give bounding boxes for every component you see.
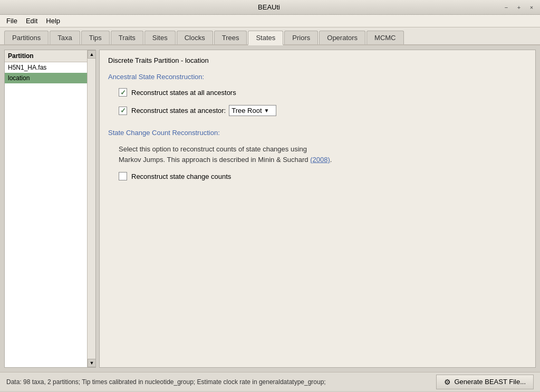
dropdown-value: Tree Root xyxy=(232,107,262,114)
tab-clocks[interactable]: Clocks xyxy=(177,31,213,44)
tab-mcmc[interactable]: MCMC xyxy=(367,31,403,44)
tab-operators[interactable]: Operators xyxy=(319,31,365,44)
right-panel: Discrete Traits Partition - location Anc… xyxy=(99,50,536,368)
checkbox-row-1: ✓ Reconstruct states at all ancestors xyxy=(119,88,527,97)
tree-root-dropdown[interactable]: Tree Root ▼ xyxy=(229,105,276,116)
partition-header: Partition xyxy=(5,50,95,62)
menu-file[interactable]: File xyxy=(2,16,22,26)
panel-title: Discrete Traits Partition - location xyxy=(108,56,527,64)
tab-tips[interactable]: Tips xyxy=(81,31,110,44)
title-bar: BEAUti − + × xyxy=(0,0,540,15)
scroll-up-button[interactable]: ▲ xyxy=(88,50,96,59)
checkbox1-label: Reconstruct states at all ancestors xyxy=(131,89,236,97)
checkbox-state-changes[interactable] xyxy=(119,172,127,180)
tab-taxa[interactable]: Taxa xyxy=(50,31,80,44)
minimize-button[interactable]: − xyxy=(502,3,510,12)
tab-sites[interactable]: Sites xyxy=(144,31,176,44)
ancestral-header: Ancestral State Reconstruction: xyxy=(108,73,527,81)
description-line1: Select this option to reconstruct counts… xyxy=(119,145,307,153)
tabs-bar: Partitions Taxa Tips Traits Sites Clocks… xyxy=(0,27,540,45)
partition-list: H5N1_HA.fas location xyxy=(5,62,87,367)
menu-help[interactable]: Help xyxy=(42,16,64,26)
dropdown-arrow-icon: ▼ xyxy=(264,108,269,113)
description-period: . xyxy=(330,156,332,164)
scroll-down-button[interactable]: ▼ xyxy=(88,359,96,367)
maximize-button[interactable]: + xyxy=(515,3,523,12)
left-panel: Partition H5N1_HA.fas location ▲ ▼ xyxy=(4,50,96,368)
checkbox3-label: Reconstruct state change counts xyxy=(131,173,231,180)
window-controls: − + × xyxy=(502,3,536,12)
main-content: Partition H5N1_HA.fas location ▲ ▼ Discr… xyxy=(0,45,540,372)
description-line2-part1: Markov Jumps. This approach is described… xyxy=(119,156,310,164)
window-title: BEAUti xyxy=(36,3,502,11)
checkbox-row-3: Reconstruct state change counts xyxy=(119,172,527,180)
checkbox-ancestor[interactable]: ✓ xyxy=(119,107,127,115)
tab-trees[interactable]: Trees xyxy=(214,31,247,44)
status-bar: Data: 98 taxa, 2 partitions; Tip times c… xyxy=(0,372,540,391)
generate-beast-button[interactable]: ⚙ Generate BEAST File... xyxy=(436,375,534,389)
tab-priors[interactable]: Priors xyxy=(284,31,318,44)
tab-traits[interactable]: Traits xyxy=(111,31,143,44)
scrollbar-vertical[interactable]: ▲ ▼ xyxy=(87,50,95,367)
checkmark-icon: ✓ xyxy=(120,89,126,97)
list-item-location[interactable]: location xyxy=(5,73,87,83)
checkbox-row-2: ✓ Reconstruct states at ancestor: Tree R… xyxy=(119,105,527,116)
tab-partitions[interactable]: Partitions xyxy=(4,31,49,44)
scroll-track xyxy=(88,59,95,359)
menu-bar: File Edit Help xyxy=(0,15,540,27)
gear-icon: ⚙ xyxy=(444,378,451,386)
checkmark-icon-2: ✓ xyxy=(120,107,126,114)
state-change-header: State Change Count Reconstruction: xyxy=(108,129,527,137)
generate-btn-label: Generate BEAST File... xyxy=(454,378,526,386)
description-link[interactable]: (2008) xyxy=(310,156,330,164)
menu-edit[interactable]: Edit xyxy=(22,16,42,26)
checkbox2-label: Reconstruct states at ancestor: xyxy=(131,107,226,114)
status-text: Data: 98 taxa, 2 partitions; Tip times c… xyxy=(6,378,326,386)
checkbox-all-ancestors[interactable]: ✓ xyxy=(119,88,127,97)
tab-states[interactable]: States xyxy=(248,31,283,45)
list-item-h5n1[interactable]: H5N1_HA.fas xyxy=(5,62,87,73)
state-change-section: State Change Count Reconstruction: Selec… xyxy=(108,129,527,180)
ancestor-dropdown-container: Reconstruct states at ancestor: Tree Roo… xyxy=(131,105,276,116)
close-button[interactable]: × xyxy=(527,3,536,12)
description-text: Select this option to reconstruct counts… xyxy=(119,144,527,165)
